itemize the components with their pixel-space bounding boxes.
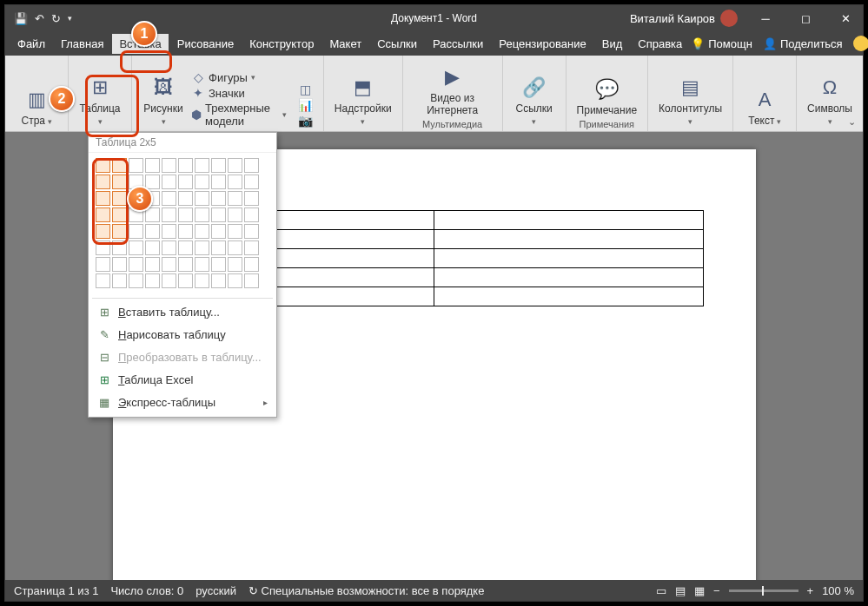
grid-cell[interactable] (96, 273, 110, 288)
grid-cell[interactable] (96, 257, 110, 272)
share-button[interactable]: 👤 Поделиться (763, 37, 843, 50)
grid-cell[interactable] (112, 207, 127, 222)
grid-cell[interactable] (112, 224, 127, 239)
grid-cell[interactable] (129, 240, 143, 255)
video-button[interactable]: ▶ Видео из Интернета (410, 62, 495, 119)
grid-cell[interactable] (178, 191, 193, 206)
grid-cell[interactable] (228, 257, 242, 272)
grid-cell[interactable] (145, 207, 160, 222)
qat-dropdown-icon[interactable]: ▾ (68, 14, 72, 23)
table-cell[interactable] (434, 211, 704, 230)
insert-table-item[interactable]: ⊞Вставить таблицу... (89, 300, 276, 323)
grid-cell[interactable] (112, 191, 127, 206)
grid-cell[interactable] (228, 158, 242, 173)
maximize-button[interactable]: ◻ (788, 5, 823, 31)
grid-cell[interactable] (195, 240, 209, 255)
tell-me[interactable]: 💡 Помощн (691, 37, 752, 50)
pictures-button[interactable]: 🖼 Рисунки (139, 72, 188, 129)
grid-cell[interactable] (112, 240, 127, 255)
icons-button[interactable]: ✦Значки (191, 86, 287, 100)
grid-cell[interactable] (112, 158, 127, 173)
grid-cell[interactable] (211, 224, 226, 239)
grid-cell[interactable] (129, 257, 143, 272)
grid-cell[interactable] (145, 158, 160, 173)
tab-главная[interactable]: Главная (54, 34, 110, 54)
grid-cell[interactable] (195, 207, 209, 222)
zoom-out-icon[interactable]: − (713, 584, 720, 597)
table-size-grid[interactable] (89, 153, 276, 296)
quick-tables-item[interactable]: ▦Экспресс-таблицы▸ (89, 391, 276, 413)
grid-cell[interactable] (228, 207, 242, 222)
grid-cell[interactable] (178, 207, 193, 222)
grid-cell[interactable] (195, 224, 209, 239)
status-accessibility[interactable]: ↻ Специальные возможности: все в порядке (248, 584, 484, 597)
tab-вид[interactable]: Вид (595, 34, 630, 54)
grid-cell[interactable] (112, 257, 127, 272)
grid-cell[interactable] (129, 158, 143, 173)
links-button[interactable]: 🔗 Ссылки (510, 72, 559, 129)
avatar[interactable] (720, 10, 738, 27)
tab-справка[interactable]: Справка (631, 34, 689, 54)
close-button[interactable]: ✕ (828, 5, 863, 31)
grid-cell[interactable] (96, 224, 110, 239)
grid-cell[interactable] (178, 240, 193, 255)
grid-cell[interactable] (112, 175, 127, 189)
grid-cell[interactable] (228, 224, 242, 239)
grid-cell[interactable] (145, 273, 160, 288)
draw-table-item[interactable]: ✎Нарисовать таблицу (89, 323, 276, 346)
grid-cell[interactable] (178, 273, 193, 288)
headers-button[interactable]: ▤ Колонтитулы (655, 72, 726, 129)
table-cell[interactable] (434, 287, 704, 306)
grid-cell[interactable] (145, 175, 160, 189)
grid-cell[interactable] (195, 273, 209, 288)
grid-cell[interactable] (178, 158, 193, 173)
read-mode-icon[interactable]: ▭ (656, 584, 666, 597)
tab-рецензирование[interactable]: Рецензирование (492, 34, 593, 54)
comment-button[interactable]: 💬 Примечание (573, 74, 640, 119)
grid-cell[interactable] (244, 175, 259, 189)
grid-cell[interactable] (96, 207, 110, 222)
table-button[interactable]: ⊞ Таблица (76, 72, 124, 129)
minimize-button[interactable]: ─ (748, 5, 783, 31)
zoom-in-icon[interactable]: + (807, 584, 814, 597)
grid-cell[interactable] (129, 273, 143, 288)
text-button[interactable]: A Текст (740, 84, 789, 129)
status-lang[interactable]: русский (195, 584, 236, 597)
grid-cell[interactable] (162, 158, 176, 173)
grid-cell[interactable] (145, 224, 160, 239)
grid-cell[interactable] (211, 257, 226, 272)
grid-cell[interactable] (178, 257, 193, 272)
grid-cell[interactable] (112, 273, 127, 288)
grid-cell[interactable] (96, 240, 110, 255)
grid-cell[interactable] (211, 273, 226, 288)
grid-cell[interactable] (244, 224, 259, 239)
feedback-icon[interactable] (853, 36, 868, 51)
grid-cell[interactable] (228, 191, 242, 206)
grid-cell[interactable] (162, 257, 176, 272)
grid-cell[interactable] (244, 207, 259, 222)
grid-cell[interactable] (211, 158, 226, 173)
grid-cell[interactable] (162, 273, 176, 288)
screenshot-button[interactable]: 📷 (299, 114, 313, 128)
3dmodels-button[interactable]: ⬢Трехмерные модели ▾ (191, 102, 287, 128)
addins-button[interactable]: ⬒ Надстройки (331, 72, 395, 129)
collapse-ribbon-icon[interactable]: ⌄ (848, 116, 856, 128)
redo-icon[interactable]: ↻ (51, 12, 61, 25)
status-page[interactable]: Страница 1 из 1 (14, 584, 98, 597)
grid-cell[interactable] (211, 240, 226, 255)
status-words[interactable]: Число слов: 0 (110, 584, 183, 597)
grid-cell[interactable] (211, 175, 226, 189)
grid-cell[interactable] (211, 207, 226, 222)
grid-cell[interactable] (195, 191, 209, 206)
grid-cell[interactable] (244, 158, 259, 173)
tab-ссылки[interactable]: Ссылки (370, 34, 424, 54)
grid-cell[interactable] (162, 224, 176, 239)
tab-рисование[interactable]: Рисование (170, 34, 241, 54)
grid-cell[interactable] (244, 273, 259, 288)
grid-cell[interactable] (244, 191, 259, 206)
tab-макет[interactable]: Макет (322, 34, 368, 54)
grid-cell[interactable] (96, 175, 110, 189)
grid-cell[interactable] (129, 224, 143, 239)
save-icon[interactable]: 💾 (14, 12, 28, 25)
grid-cell[interactable] (195, 257, 209, 272)
